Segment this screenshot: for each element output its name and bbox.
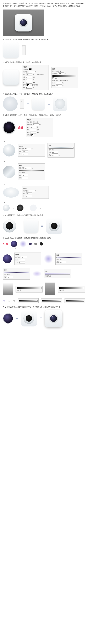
contour-swatch[interactable] bbox=[27, 84, 30, 86]
step-4: 4. 绘制金属底座部件(分为7个部件：投影a底座b，明暗交界线cd，高光e，凹面… bbox=[3, 114, 85, 116]
stacked-parts bbox=[3, 219, 16, 232]
panel-lens-a1[interactable]: 内阴影 不透明度 角度 大小 bbox=[14, 252, 41, 265]
angle-input[interactable] bbox=[26, 73, 32, 76]
part-f bbox=[17, 204, 24, 211]
lens-outer bbox=[19, 18, 28, 27]
step-6: 6. 最后是镜头，看似很复杂，但也是由图层堆砌的，只要细心就好了！ bbox=[3, 237, 85, 239]
gradient-bar[interactable] bbox=[19, 170, 44, 172]
gradient-bar[interactable] bbox=[52, 75, 77, 77]
panel-lens-b[interactable]: 渐变 样式 径向 缩放 bbox=[55, 253, 82, 265]
antialias-checkbox[interactable] bbox=[31, 84, 33, 86]
step-7: 7. a~f按照由下往上的顺序排列得到下图，并与底盘合并，图标就华丽丽的诞生了！ bbox=[3, 306, 85, 308]
global-light-checkbox[interactable] bbox=[35, 74, 36, 76]
final-icon bbox=[15, 14, 32, 32]
base-square bbox=[32, 97, 45, 110]
panel-title: 内阴影 bbox=[23, 66, 27, 68]
plus-icon: + bbox=[16, 316, 18, 321]
panel-g1[interactable]: 样式 线性 bbox=[16, 286, 43, 292]
lens-a-preview bbox=[3, 254, 12, 263]
decompose-label: 分解 bbox=[18, 126, 23, 129]
layer-style-panel-inner-shadow[interactable]: 内阴影 混合模式 不透明度 % 角度 度 使用全局光 距离 像素 阻塞 % 大小… bbox=[22, 65, 49, 90]
gradient-bar[interactable] bbox=[45, 273, 70, 275]
lens-part-e bbox=[40, 242, 43, 246]
panel-b1[interactable]: 内阴影 不透明度 % 角度 大小 bbox=[18, 144, 45, 157]
gradient-bar[interactable] bbox=[4, 272, 29, 273]
decompose-label: 分解 bbox=[3, 242, 8, 246]
opacity-input[interactable] bbox=[58, 72, 64, 75]
panel-lens-a2[interactable]: 渐变 样式 径向 角度 bbox=[3, 268, 30, 280]
final-icon-result bbox=[45, 310, 62, 327]
lens-part-c bbox=[29, 242, 32, 245]
part-g bbox=[30, 204, 37, 211]
part-e bbox=[3, 204, 10, 211]
lens-ellipse bbox=[33, 271, 41, 276]
combined-shape bbox=[53, 96, 67, 111]
grad-1 bbox=[3, 282, 13, 296]
panel-a[interactable]: 内阴影 混合模式 正片叠底 不透明度 % 角度 度 距离 像素 大小 像素 等高… bbox=[26, 118, 53, 137]
lens-inner bbox=[20, 19, 27, 26]
panel-g2[interactable]: 样式 线性 bbox=[58, 286, 85, 292]
panel-small-1[interactable] bbox=[18, 298, 39, 303]
part-b bbox=[3, 144, 15, 156]
color-swatch[interactable] bbox=[29, 68, 32, 70]
align-checkbox[interactable] bbox=[59, 80, 61, 82]
lens-part-d bbox=[34, 242, 37, 245]
label-a: a bbox=[4, 140, 5, 142]
size-input[interactable] bbox=[26, 81, 32, 84]
plus-icon: + bbox=[27, 102, 29, 106]
lens-b-preview bbox=[44, 254, 53, 263]
base-square bbox=[3, 42, 19, 58]
equals-icon: = bbox=[41, 224, 43, 228]
panel-small-2[interactable] bbox=[41, 298, 62, 303]
hero-preview bbox=[3, 10, 44, 36]
noise-input[interactable] bbox=[26, 86, 32, 88]
reverse-checkbox[interactable] bbox=[52, 78, 54, 79]
step-5: 5. a~g按照由下往上的顺序排列得到下图，并与底盘合并 bbox=[3, 214, 85, 216]
panel-lens-e[interactable]: 渐变 样式 线性 bbox=[44, 269, 71, 278]
gradient-bar[interactable] bbox=[49, 147, 73, 148]
opacity-input[interactable] bbox=[29, 71, 35, 73]
base-with-ring bbox=[21, 310, 37, 326]
plus-icon: + bbox=[19, 224, 21, 228]
part-c bbox=[3, 166, 15, 178]
panel-b2[interactable]: 渐变 样式 线性 角度 缩放 % bbox=[48, 143, 74, 158]
base-square bbox=[24, 218, 38, 233]
equals-icon: = bbox=[48, 102, 50, 106]
lens-assembled bbox=[3, 313, 13, 324]
part-d bbox=[3, 188, 19, 198]
distance-input[interactable] bbox=[26, 76, 32, 78]
panel-c[interactable]: 渐变 不透明度 % 样式 线性 角度 缩放 % bbox=[18, 164, 45, 180]
lens-part-b bbox=[20, 240, 26, 247]
circle-base bbox=[3, 96, 18, 111]
choke-input[interactable] bbox=[26, 78, 32, 81]
label-d: d bbox=[4, 202, 5, 203]
gradient-bar[interactable] bbox=[56, 257, 81, 258]
part-a bbox=[3, 121, 15, 134]
scale-input[interactable] bbox=[56, 84, 62, 87]
layer-style-panel-gradient[interactable]: 渐变 混合模式 正常 不透明度 % 反向 样式 线性 与图层对齐 角度 度 缩放… bbox=[51, 67, 78, 88]
dot bbox=[13, 300, 15, 302]
intro-text: 空闲做了一个图标练了一下手，在此和大家分享一下我的制作思路。每个人可能方法方式不… bbox=[3, 2, 85, 7]
panel-d[interactable]: 内阴影 不透明度 % 角度 大小 bbox=[22, 186, 49, 199]
dot bbox=[3, 300, 5, 302]
tool-palette: ▭◯▱ bbox=[20, 99, 24, 109]
base-square-2 bbox=[3, 70, 19, 86]
step-3: 3. 使用矢量工具拉出一个如下图的圆形，加上渐变效果，与上图合起来 bbox=[3, 93, 85, 95]
combined-result bbox=[46, 218, 62, 234]
tool-palette: ▭◯▱ bbox=[22, 46, 26, 55]
grad-2 bbox=[45, 282, 55, 296]
step-1: 1. 使用矢量工具拉出一个如下图的圆角方形，并且加上渐变效果 bbox=[3, 38, 85, 41]
equals-icon: = bbox=[40, 316, 42, 321]
lens-part-a bbox=[11, 241, 17, 247]
angle-input[interactable] bbox=[56, 82, 62, 84]
label-b: b bbox=[4, 160, 5, 162]
step-2: 2. 给图标底座增加厚度和光源，我使用了2种图层样式 bbox=[3, 61, 85, 64]
panel-small-3[interactable] bbox=[64, 298, 85, 303]
label-c: c bbox=[4, 184, 5, 185]
dot bbox=[8, 300, 10, 302]
panel-title: 渐变 bbox=[52, 68, 55, 70]
